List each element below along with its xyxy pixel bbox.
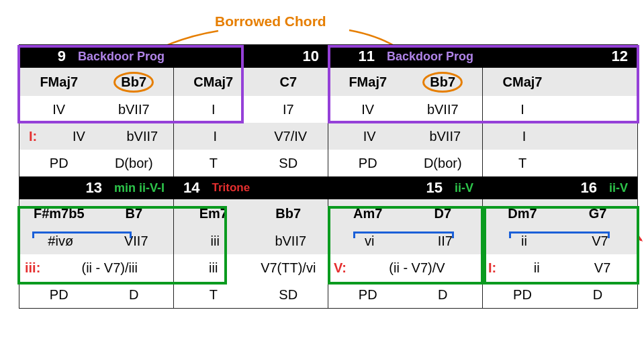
header-row-1: 9 Backdoor Prog 10 11 Backdoor Prog 12 (19, 45, 637, 68)
borrowed-chord-label: Borrowed Chord (215, 13, 326, 30)
chord-borrowed: Bb7 (113, 72, 154, 93)
measure-9: 9 (29, 48, 66, 65)
rn: I (183, 129, 247, 144)
fn: D (563, 287, 632, 303)
chord: G7 (563, 206, 632, 221)
measure-16: 16 (492, 179, 597, 197)
roman-row-2a: #ivøVII7 iiibVII7 viII7 iiV7 (19, 227, 637, 254)
rn: IV (334, 102, 402, 117)
rn: (ii - V7)/V (357, 260, 477, 276)
measure-14: 14 (183, 179, 199, 197)
roman-row-1b: I:IVbVII7 IV7/IV IVbVII7 I (19, 123, 637, 150)
chord: FMaj7 (25, 74, 93, 90)
rn: IV (338, 129, 402, 144)
rn: I (179, 102, 248, 117)
fn: T (179, 156, 248, 171)
key-label: I: (29, 129, 37, 144)
chord: FMaj7 (334, 74, 402, 90)
header-row-2: 13 min ii-V-I 14 Tritone 15 ii-V 16 ii-V (19, 176, 637, 199)
fn: D (409, 287, 477, 303)
measure-10: 10 (303, 48, 319, 65)
rn: vi (338, 234, 402, 249)
chord-borrowed: Bb7 (422, 72, 463, 93)
rn: V7 (568, 234, 632, 249)
chord: D7 (409, 206, 477, 221)
prog-label-14: Tritone (212, 181, 250, 195)
fn: T (488, 156, 557, 171)
rn: (ii - V7)/iii (51, 260, 168, 276)
chord: Bb7 (255, 206, 323, 221)
chord: Dm7 (488, 206, 557, 221)
key-label: iii: (25, 260, 40, 276)
chord: Em7 (179, 206, 248, 221)
rn: I (492, 129, 556, 144)
rn: V7/IV (259, 129, 323, 144)
rn: iii (179, 260, 248, 276)
measure-11: 11 (338, 48, 375, 65)
prog-label-15: ii-V (455, 181, 473, 195)
fn: SD (255, 156, 323, 171)
fn: D(bor) (100, 156, 169, 171)
fn: SD (255, 287, 323, 303)
fn: T (179, 287, 248, 303)
chord: CMaj7 (179, 74, 248, 90)
measure-13: 13 (29, 179, 102, 197)
chord: CMaj7 (488, 74, 557, 90)
chord: Am7 (334, 206, 402, 221)
fn: PD (25, 287, 93, 303)
rn: ii (492, 234, 556, 249)
key-label: I: (488, 260, 496, 276)
fn: PD (25, 156, 93, 171)
prog-label-9: Backdoor Prog (78, 50, 165, 64)
fn: D(bor) (409, 156, 477, 171)
func-row-1: PDD(bor) TSD PDD(bor) T (19, 150, 637, 176)
rn: I7 (255, 102, 323, 117)
rn: V7(TT)/vi (255, 260, 323, 276)
chord: C7 (255, 74, 323, 90)
fn: PD (334, 287, 402, 303)
chord: F#m7b5 (25, 206, 93, 221)
func-row-2: PDD TSD PDD PDD (19, 281, 637, 308)
rn: II7 (414, 234, 477, 249)
roman-row-1a: IVbVII7 II7 IVbVII7 I (19, 96, 637, 123)
rn: iii (183, 234, 247, 249)
rn: ii (507, 260, 566, 276)
rn: #ivø (29, 234, 93, 249)
chord-row-1: FMaj7 Bb7 CMaj7 C7 FMaj7 Bb7 CMaj7 (19, 68, 637, 96)
rn: I (488, 102, 557, 117)
chord-row-2: F#m7b5B7 Em7Bb7 Am7D7 Dm7G7 (19, 199, 637, 227)
fn: PD (334, 156, 402, 171)
prog-label-11: Backdoor Prog (387, 50, 473, 64)
rn: bVII7 (100, 102, 169, 117)
prog-label-13: min ii-V-I (114, 181, 165, 195)
measure-15: 15 (338, 179, 443, 197)
fn: PD (488, 287, 557, 303)
rn: IV (25, 102, 93, 117)
roman-row-2b: iii:(ii - V7)/iii iiiV7(TT)/vi V:(ii - V… (19, 254, 637, 281)
prog-label-16: ii-V (609, 181, 628, 195)
rn: VII7 (105, 234, 169, 249)
rn: V7 (573, 260, 632, 276)
rn: bVII7 (409, 102, 477, 117)
fn: D (100, 287, 169, 303)
rn: bVII7 (117, 129, 168, 144)
chord: B7 (100, 206, 169, 221)
rn: bVII7 (414, 129, 477, 144)
rn: bVII7 (259, 234, 323, 249)
measure-12: 12 (612, 48, 628, 65)
analysis-grid: 9 Backdoor Prog 10 11 Backdoor Prog 12 F… (19, 44, 638, 309)
key-label: V: (334, 260, 347, 276)
rn: IV (53, 129, 104, 144)
